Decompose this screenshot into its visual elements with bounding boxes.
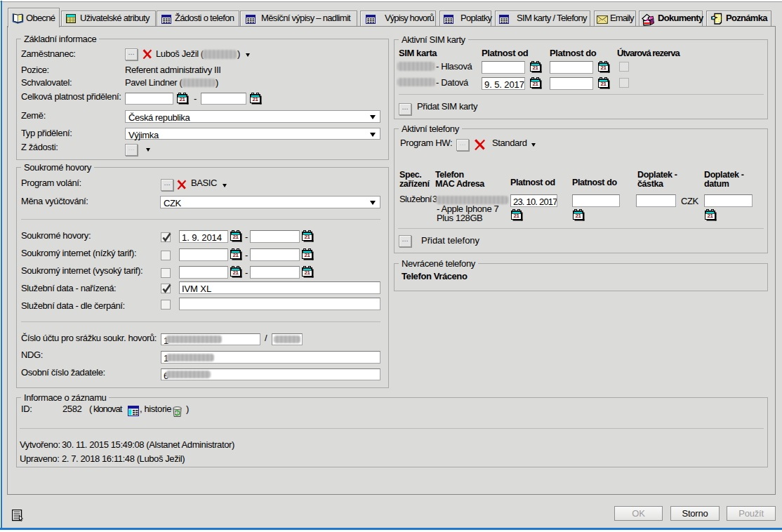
svg-text:21: 21 bbox=[233, 270, 239, 276]
svg-text:21: 21 bbox=[533, 65, 539, 71]
svg-text:21: 21 bbox=[305, 270, 311, 276]
svg-text:21: 21 bbox=[533, 81, 539, 87]
svg-text:21: 21 bbox=[708, 213, 714, 219]
svg-text:21: 21 bbox=[305, 252, 311, 258]
svg-text:21: 21 bbox=[601, 81, 607, 87]
svg-text:21: 21 bbox=[601, 65, 607, 71]
svg-text:21: 21 bbox=[576, 213, 582, 219]
svg-text:21: 21 bbox=[233, 234, 239, 240]
svg-text:21: 21 bbox=[514, 213, 520, 219]
svg-text:21: 21 bbox=[253, 96, 259, 102]
svg-text:21: 21 bbox=[233, 252, 239, 258]
svg-text:21: 21 bbox=[180, 96, 186, 102]
svg-text:21: 21 bbox=[305, 234, 311, 240]
